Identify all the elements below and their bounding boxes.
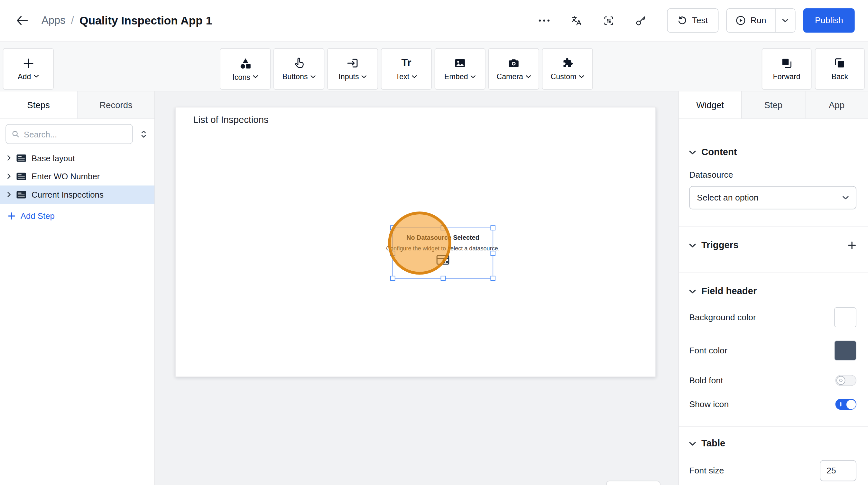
content-section: Content Datasource Select an option: [679, 119, 868, 226]
step-item-base-layout[interactable]: Base layout: [0, 149, 154, 168]
more-options-button[interactable]: [534, 11, 554, 31]
chevron-down-icon: [412, 75, 417, 78]
run-options-button[interactable]: [775, 9, 795, 32]
resize-handle[interactable]: [491, 251, 495, 255]
more-options-icon: [539, 19, 550, 22]
key-button[interactable]: [630, 11, 651, 31]
bring-forward-icon: [780, 57, 793, 69]
show-icon-row: Show icon: [689, 399, 857, 410]
chevron-right-icon[interactable]: [7, 192, 11, 198]
hand-pointer-icon: [293, 57, 305, 69]
step-label: Current Inspections: [32, 190, 103, 199]
key-icon: [635, 15, 646, 26]
tool-label: Text: [396, 72, 409, 81]
tab-step[interactable]: Step: [742, 91, 805, 118]
widget-toolbar: Add Icons Buttons: [0, 41, 868, 91]
back-button[interactable]: [12, 11, 32, 31]
tool-icons-button[interactable]: Icons: [220, 48, 271, 90]
content-section-header[interactable]: Content: [689, 146, 857, 159]
text-icon: Tr: [402, 57, 411, 69]
tool-embed-button[interactable]: Embed: [435, 48, 486, 90]
step-search: [5, 124, 133, 144]
plus-icon: [847, 241, 857, 250]
inspector-panel: Widget Step App Content Datasource Selec…: [678, 91, 868, 485]
run-button[interactable]: Run: [727, 9, 775, 32]
background-color-swatch[interactable]: [834, 307, 857, 327]
tool-buttons-button[interactable]: Buttons: [274, 48, 324, 90]
resize-handle[interactable]: [491, 225, 495, 230]
chevron-down-icon: [689, 243, 696, 247]
bring-forward-button[interactable]: Forward: [762, 48, 812, 90]
breadcrumb-apps-link[interactable]: Apps: [41, 14, 66, 27]
triggers-section: Triggers: [679, 226, 868, 273]
chevron-down-icon: [34, 75, 39, 78]
tool-camera-button[interactable]: Camera: [488, 48, 539, 90]
chevron-down-icon: [362, 75, 366, 78]
datasource-label: Datasource: [689, 170, 857, 180]
tool-custom-button[interactable]: Custom: [542, 48, 593, 90]
scan-button[interactable]: [599, 11, 619, 31]
resize-handle[interactable]: [491, 276, 495, 281]
app-builder-window: Apps / Quality Inspection App 1: [0, 0, 868, 485]
sort-steps-button[interactable]: [136, 126, 151, 143]
field-header-section-header[interactable]: Field header: [689, 284, 857, 298]
translate-button[interactable]: [566, 11, 587, 31]
tool-label: Camera: [496, 72, 523, 81]
search-input[interactable]: [24, 129, 127, 139]
chevron-down-icon: [526, 75, 531, 78]
datasource-select[interactable]: Select an option: [689, 186, 857, 209]
tab-records[interactable]: Records: [77, 91, 154, 118]
tab-steps[interactable]: Steps: [0, 91, 77, 118]
inspector-tabs: Widget Step App: [679, 91, 868, 119]
page-title: Quality Inspection App 1: [80, 14, 212, 27]
show-icon-toggle[interactable]: [835, 399, 856, 410]
font-size-label: Font size: [689, 466, 724, 476]
bold-font-toggle[interactable]: [835, 375, 856, 386]
tool-label: Embed: [444, 72, 468, 81]
tool-text-button[interactable]: Tr Text: [381, 48, 432, 90]
plus-icon: [8, 212, 16, 219]
tool-inputs-button[interactable]: Inputs: [327, 48, 378, 90]
tab-app[interactable]: App: [805, 91, 868, 118]
send-back-button[interactable]: Back: [815, 48, 865, 90]
font-color-row: Font color: [689, 340, 857, 360]
plus-icon: [23, 57, 34, 69]
test-button[interactable]: Test: [667, 8, 718, 33]
add-step-button[interactable]: Add Step: [8, 211, 154, 220]
step-item-enter-wo-number[interactable]: Enter WO Number: [0, 168, 154, 186]
chevron-right-icon[interactable]: [7, 155, 11, 161]
app-canvas[interactable]: List of Inspections No Datasource Select…: [175, 107, 656, 377]
tab-widget[interactable]: Widget: [679, 91, 742, 118]
chevron-down-icon: [253, 75, 258, 79]
section-title: Triggers: [701, 240, 738, 251]
image-icon: [454, 57, 466, 69]
add-trigger-button[interactable]: [847, 241, 857, 250]
layer-order-buttons: Forward Back: [762, 48, 865, 90]
add-widget-button[interactable]: Add: [3, 48, 54, 90]
resize-handle[interactable]: [390, 276, 395, 281]
chevron-down-icon: [579, 75, 584, 78]
play-circle-icon: [736, 16, 745, 25]
section-title: Field header: [701, 286, 757, 297]
steps-sidebar: Steps Records: [0, 91, 155, 485]
step-item-current-inspections[interactable]: Current Inspections: [0, 185, 154, 204]
camera-icon: [508, 57, 520, 69]
tool-label: Buttons: [282, 72, 308, 81]
tool-label: Icons: [232, 73, 250, 81]
shapes-icon: [239, 57, 252, 69]
zoom-controls[interactable]: [606, 481, 660, 485]
step-label: Base layout: [32, 153, 75, 163]
resize-handle[interactable]: [440, 276, 445, 281]
font-color-swatch[interactable]: [834, 340, 857, 360]
publish-button[interactable]: Publish: [803, 8, 855, 33]
table-section-header[interactable]: Table: [689, 437, 857, 450]
breadcrumb: Apps / Quality Inspection App 1: [41, 14, 212, 27]
font-color-label: Font color: [689, 346, 727, 356]
triggers-section-header[interactable]: Triggers: [689, 239, 857, 252]
tool-label: Custom: [551, 72, 577, 81]
font-size-input[interactable]: [820, 460, 857, 481]
chevron-right-icon[interactable]: [7, 174, 11, 179]
input-box-icon: [346, 57, 359, 69]
send-back-icon: [834, 57, 846, 69]
step-thumbnail-icon: [16, 154, 27, 162]
